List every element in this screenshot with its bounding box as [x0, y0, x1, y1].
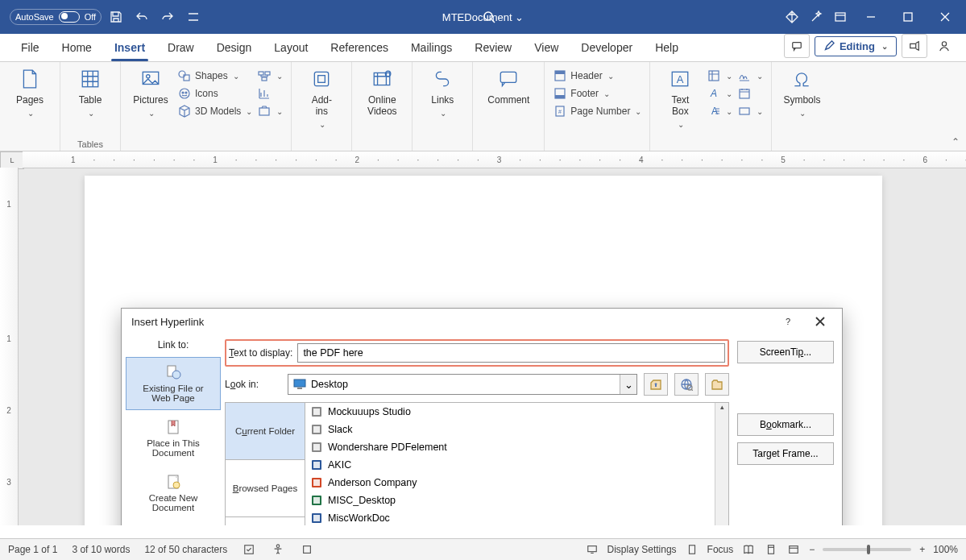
desktop-icon [293, 378, 306, 391]
browse-file-button[interactable] [705, 373, 729, 396]
file-item[interactable]: MiscWorkDoc [305, 509, 715, 525]
pictures-button[interactable]: Pictures⌄ [129, 67, 172, 149]
dialog-help-button[interactable]: ? [773, 311, 803, 332]
display-settings[interactable]: Display Settings [607, 544, 677, 555]
editing-mode-button[interactable]: Editing ⌄ [815, 36, 897, 56]
chart-button[interactable] [257, 86, 283, 101]
file-item[interactable]: AKIC [305, 456, 715, 474]
tab-layout[interactable]: Layout [263, 35, 319, 61]
zoom-out[interactable]: − [809, 544, 815, 555]
zoom-level[interactable]: 100% [933, 544, 958, 555]
file-item[interactable]: Slack [305, 421, 715, 438]
file-item[interactable]: Anderson Company [305, 474, 715, 492]
linkto-email[interactable]: E-mail Address [126, 521, 221, 525]
diamond-icon[interactable] [781, 6, 803, 28]
status-page[interactable]: Page 1 of 1 [8, 544, 57, 555]
tab-design[interactable]: Design [205, 35, 263, 61]
quickparts-button[interactable]: ⌄ [707, 68, 732, 83]
linkto-place-in-doc[interactable]: Place in This Document [126, 412, 221, 465]
pages-button[interactable]: Pages⌄ [8, 67, 52, 149]
table-button[interactable]: Table⌄ [68, 67, 112, 138]
tab-browsed-pages[interactable]: Browsed Pages [226, 460, 305, 517]
text-box-button[interactable]: A Text Box⌄ [658, 67, 702, 149]
target-frame-button[interactable]: Target Frame... [737, 442, 834, 465]
search-icon[interactable] [479, 8, 499, 26]
dialog-close-button[interactable] [805, 311, 835, 332]
horizontal-ruler[interactable]: 1······1······2······3······4······5····… [23, 151, 966, 168]
shapes-button[interactable]: Shapes⌄ [177, 68, 252, 83]
screenshot-button[interactable]: ⌄ [257, 104, 283, 118]
vertical-ruler[interactable]: 1 1 2 3 [0, 168, 19, 525]
screentip-button[interactable]: ScreenTip... [737, 341, 834, 363]
tab-review[interactable]: Review [463, 35, 523, 61]
ribbon-display-icon[interactable] [829, 6, 852, 28]
3d-models-button[interactable]: 3D Models⌄ [177, 104, 252, 118]
focus-mode[interactable]: Focus [707, 544, 734, 555]
undo-icon[interactable] [131, 6, 153, 28]
addins-button[interactable]: Add- ins⌄ [300, 67, 343, 149]
datetime-button[interactable] [737, 86, 763, 101]
status-words[interactable]: 3 of 10 words [72, 544, 130, 555]
collapse-ribbon-icon[interactable]: ⌃ [951, 136, 960, 147]
header-button[interactable]: Header⌄ [553, 68, 641, 83]
print-layout-icon[interactable] [764, 542, 778, 557]
tab-insert[interactable]: Insert [103, 35, 156, 61]
tab-view[interactable]: View [523, 35, 570, 61]
account-icon[interactable] [932, 35, 956, 57]
tab-file[interactable]: File [10, 35, 51, 61]
table-icon [78, 67, 102, 91]
look-in-dropdown[interactable]: Desktop ⌄ [288, 374, 637, 395]
macro-icon[interactable] [300, 542, 314, 557]
file-item[interactable]: MISC_Desktop [305, 492, 715, 509]
zoom-slider[interactable] [823, 548, 911, 551]
dialog-titlebar[interactable]: Insert Hyperlink ? [122, 309, 842, 334]
dropcap-button[interactable]: A⌄ [707, 104, 732, 118]
zoom-in[interactable]: + [919, 544, 925, 555]
save-icon[interactable] [105, 6, 127, 28]
accessibility-icon[interactable] [271, 542, 285, 557]
linkto-existing-file[interactable]: Existing File or Web Page [126, 357, 221, 410]
linkto-create-new[interactable]: Create New Document [126, 467, 221, 520]
tab-help[interactable]: Help [644, 35, 690, 61]
maximize-button[interactable] [890, 5, 926, 29]
tab-recent-files[interactable]: Recent Files [226, 517, 305, 525]
signature-button[interactable]: ⌄ [737, 68, 763, 83]
status-chars[interactable]: 12 of 50 characters [144, 544, 227, 555]
up-folder-button[interactable] [644, 373, 668, 396]
icons-button[interactable]: Icons [177, 86, 252, 101]
tab-home[interactable]: Home [51, 35, 103, 61]
footer-button[interactable]: Footer⌄ [553, 86, 641, 101]
smartart-button[interactable]: ⌄ [257, 68, 283, 83]
spellcheck-icon[interactable] [242, 542, 256, 557]
minimize-button[interactable] [853, 5, 889, 29]
file-item[interactable]: Wondershare PDFelement [305, 438, 715, 456]
scrollbar[interactable] [715, 403, 728, 525]
comment-button[interactable]: Comment [481, 67, 536, 149]
bookmark-button[interactable]: Bookmark... [737, 413, 834, 436]
file-item[interactable]: Mockuuups Studio [305, 403, 715, 421]
object-button[interactable]: ⌄ [737, 104, 763, 118]
tab-current-folder[interactable]: Current Folder [226, 403, 305, 460]
file-list[interactable]: Mockuuups StudioSlackWondershare PDFelem… [305, 403, 728, 525]
browse-web-button[interactable] [674, 373, 699, 396]
text-to-display-input[interactable] [297, 343, 725, 363]
page-number-button[interactable]: #Page Number⌄ [553, 104, 641, 118]
web-layout-icon[interactable] [786, 542, 801, 557]
read-mode-icon[interactable] [741, 542, 756, 557]
tab-references[interactable]: References [319, 35, 400, 61]
share-button[interactable] [902, 34, 927, 58]
tab-developer[interactable]: Developer [570, 35, 644, 61]
redo-icon[interactable] [156, 6, 179, 28]
tab-mailings[interactable]: Mailings [400, 35, 463, 61]
close-button[interactable] [927, 5, 963, 29]
wand-icon[interactable] [805, 6, 827, 28]
customize-qat-icon[interactable] [182, 6, 205, 28]
autosave-toggle[interactable]: AutoSave Off [10, 9, 102, 25]
tab-draw[interactable]: Draw [156, 35, 205, 61]
comments-pane-icon[interactable] [784, 34, 810, 58]
online-videos-button[interactable]: Online Videos [360, 67, 404, 149]
wordart-button[interactable]: A⌄ [707, 86, 732, 101]
links-button[interactable]: Links⌄ [421, 67, 464, 149]
symbols-button[interactable]: Symbols⌄ [780, 67, 823, 149]
group-headerfooter: Header⌄ Footer⌄ #Page Number⌄ [545, 62, 650, 151]
